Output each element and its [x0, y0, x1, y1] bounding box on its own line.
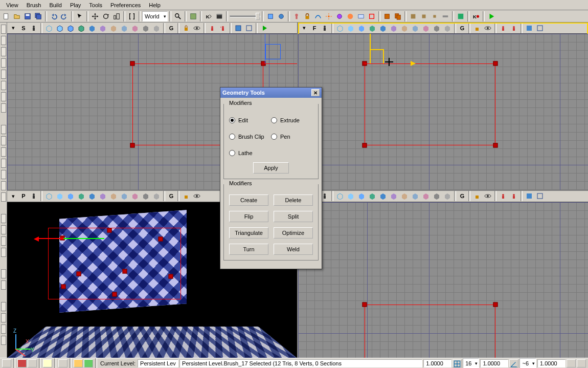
select-show-4-icon[interactable] [440, 11, 450, 21]
invert-selection-icon[interactable] [1, 336, 6, 345]
vp-lit-icon[interactable] [356, 23, 367, 33]
vp-tearoff-icon[interactable] [244, 23, 254, 33]
vp-camspeed-fast-icon[interactable] [509, 23, 519, 33]
vp-lightcomplex-icon[interactable] [98, 191, 108, 201]
vp-wireframe-icon[interactable] [44, 23, 54, 33]
triangulate-button[interactable]: Triangulate [229, 227, 268, 239]
cook-full-icon[interactable] [456, 11, 466, 21]
vertex-handle[interactable] [130, 143, 135, 148]
vertex-handle[interactable] [169, 274, 173, 278]
radio-pen[interactable]: Pen [271, 134, 313, 140]
vp-lit-icon[interactable] [65, 23, 76, 33]
csg-intersect-icon[interactable] [1, 236, 6, 246]
vp-texdensity-icon[interactable] [399, 23, 410, 33]
select-show-3-icon[interactable] [429, 11, 440, 21]
vertex-handle[interactable] [159, 236, 163, 241]
toggle-distributions-icon[interactable] [313, 11, 323, 21]
vp-show-icon[interactable] [483, 191, 493, 201]
vp-unlit-icon[interactable] [346, 23, 356, 33]
publish-cook-icon[interactable] [382, 11, 392, 21]
vp-lightcomplex-icon[interactable] [98, 23, 108, 33]
vp-shadercomplex-icon[interactable] [410, 191, 420, 201]
translate-icon[interactable] [90, 11, 100, 21]
vp-mode-9-icon[interactable] [151, 191, 162, 201]
save-icon[interactable] [22, 11, 33, 21]
add-special-icon[interactable] [1, 269, 6, 278]
vertex-handle[interactable] [363, 302, 367, 307]
psys-helper-icon[interactable] [334, 11, 345, 21]
dialog-close-icon[interactable]: ✕ [311, 89, 320, 96]
viewport-top-right[interactable]: ▾ F G [298, 23, 588, 190]
vp-game-icon[interactable]: G [458, 191, 467, 201]
vp-lock-icon[interactable] [472, 23, 482, 33]
builder-brush-icon[interactable] [367, 11, 377, 21]
vp-lightmapdensity-icon[interactable] [421, 23, 431, 33]
status-field3[interactable]: 1.0000 [537, 359, 566, 367]
vp-lightcomplex-icon[interactable] [389, 23, 399, 33]
radio-lathe[interactable]: Lathe [229, 150, 271, 156]
vp-lock-icon[interactable] [181, 191, 191, 201]
show-all-icon[interactable] [1, 313, 6, 322]
brush-sphere-icon[interactable] [1, 159, 6, 168]
far-clip-slider[interactable] [230, 15, 260, 17]
status-anglesnap-icon[interactable] [509, 359, 518, 367]
vp-unlit-icon[interactable] [55, 191, 65, 201]
weld-button[interactable]: Weld [274, 244, 313, 255]
select-show-2-icon[interactable] [419, 11, 429, 21]
toggle-socket-icon[interactable] [291, 11, 302, 21]
vp-show-icon[interactable] [192, 23, 202, 33]
vp-play-icon[interactable] [259, 23, 269, 33]
geometry-tools-dialog[interactable]: Geometry Tools ✕ Edit Extrude Brush Clip… [220, 87, 322, 269]
vp-texdensity-icon[interactable] [399, 191, 410, 201]
vp-mode-8-icon[interactable] [432, 23, 442, 33]
vp-detail-icon[interactable] [76, 23, 86, 33]
vp-game-icon[interactable]: G [167, 24, 176, 33]
vp-shadercomplex-icon[interactable] [410, 23, 420, 33]
open-icon[interactable] [12, 11, 22, 21]
vp-realtime-icon[interactable] [29, 23, 39, 33]
delete-button[interactable]: Delete [274, 194, 313, 206]
vp-lightonly-icon[interactable] [87, 23, 97, 33]
dialog-titlebar[interactable]: Geometry Tools ✕ [220, 88, 322, 98]
menu-brush[interactable]: Brush [22, 1, 46, 9]
vp-wireframe-icon[interactable] [44, 191, 54, 201]
brush-cone-icon[interactable] [1, 136, 6, 145]
vp-lock-icon[interactable] [181, 23, 191, 33]
vp-mode-9-icon[interactable] [151, 23, 162, 33]
vp-lightcomplex-icon[interactable] [389, 191, 399, 201]
vp-camspeed-slow-icon[interactable] [498, 23, 508, 33]
csg-subtract-icon[interactable] [1, 225, 6, 234]
status-light-icon[interactable] [43, 359, 52, 367]
radio-extrude[interactable]: Extrude [271, 117, 313, 123]
create-button[interactable]: Create [229, 194, 268, 206]
build-geom-icon[interactable] [265, 11, 276, 21]
vp-options-icon[interactable]: ▾ [8, 23, 18, 33]
menu-build[interactable]: Build [45, 1, 65, 9]
status-field1[interactable]: 1.0000 [423, 359, 451, 367]
vp-detail-icon[interactable] [367, 191, 377, 201]
status-playing-icon[interactable] [84, 359, 93, 367]
status-draggrid-combo[interactable]: 16 [463, 358, 479, 369]
status-autosave-icon[interactable] [577, 359, 586, 367]
brush-cube-icon[interactable] [1, 125, 6, 134]
mode-camera-icon[interactable] [1, 25, 6, 34]
vp-camspeed-fast-icon[interactable] [509, 191, 519, 201]
vp-shadercomplex-icon[interactable] [119, 23, 129, 33]
toggle-prefab-lock-icon[interactable] [302, 11, 312, 21]
vp-lightmapdensity-icon[interactable] [421, 191, 431, 201]
vertex-handle[interactable] [130, 61, 135, 66]
publish-copy-icon[interactable] [393, 11, 403, 21]
vp-unlit-icon[interactable] [346, 191, 356, 201]
vp-lightonly-icon[interactable] [87, 191, 97, 201]
status-field2[interactable]: 1.0000 [480, 359, 508, 367]
vp-options-icon[interactable]: ▾ [8, 191, 18, 201]
vp-lightonly-icon[interactable] [378, 191, 388, 201]
vp-tearoff-icon[interactable] [535, 191, 545, 201]
vp-mode-8-icon[interactable] [141, 191, 151, 201]
vp-detail-icon[interactable] [367, 23, 377, 33]
status-snap2-icon[interactable] [28, 359, 37, 367]
scale-icon[interactable] [111, 11, 122, 21]
play-in-editor-icon[interactable] [486, 11, 496, 21]
vp-body-br[interactable] [298, 202, 588, 358]
status-audio-icon[interactable] [58, 359, 67, 367]
